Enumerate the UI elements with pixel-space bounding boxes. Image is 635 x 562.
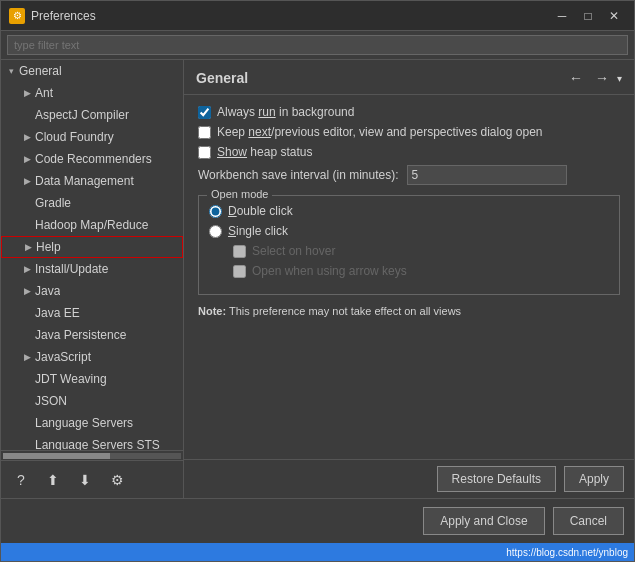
select-hover-label: Select on hover — [252, 244, 335, 258]
sidebar-item-cloud-foundry[interactable]: ▶ Cloud Foundry — [1, 126, 183, 148]
run-underline: run — [258, 105, 275, 119]
sidebar-item-general[interactable]: ▾ General — [1, 60, 183, 82]
note-row: Note: This preference may not take effec… — [198, 305, 620, 317]
expand-arrow-language-servers-sts — [21, 439, 33, 450]
always-run-label: Always run in background — [217, 105, 354, 119]
open-mode-title: Open mode — [207, 188, 272, 200]
select-hover-row: Select on hover — [233, 244, 609, 258]
sidebar: ▾ General ▶ Ant AspectJ Compiler ▶ Clo — [1, 60, 184, 498]
main-split: ▾ General ▶ Ant AspectJ Compiler ▶ Clo — [1, 60, 634, 498]
sidebar-item-help[interactable]: ▶ Help — [1, 236, 183, 258]
always-run-row: Always run in background — [198, 105, 620, 119]
sidebar-item-java-ee[interactable]: Java EE — [1, 302, 183, 324]
note-text: This preference may not take effect on a… — [229, 305, 461, 317]
keep-next-row: Keep next/previous editor, view and pers… — [198, 125, 620, 139]
single-click-row: Single click — [209, 224, 609, 238]
open-arrow-checkbox[interactable] — [233, 265, 246, 278]
expand-arrow-java-persistence — [21, 329, 33, 341]
workbench-label: Workbench save interval (in minutes): — [198, 168, 399, 182]
expand-arrow-gradle — [21, 197, 33, 209]
show-underline: Show — [217, 145, 247, 159]
preferences-window: ⚙ Preferences ─ □ ✕ ▾ General — [0, 0, 635, 562]
sub-options: Select on hover Open when using arrow ke… — [209, 244, 609, 278]
expand-arrow-aspectj — [21, 109, 33, 121]
expand-arrow-java: ▶ — [21, 285, 33, 297]
sidebar-item-code-recommenders[interactable]: ▶ Code Recommenders — [1, 148, 183, 170]
show-heap-checkbox[interactable] — [198, 146, 211, 159]
double-click-label: Double click — [228, 204, 293, 218]
right-panel: General ← → ▾ Always run in background — [184, 60, 634, 498]
dialog-bottom: Apply and Close Cancel — [1, 498, 634, 543]
expand-arrow-help: ▶ — [22, 241, 34, 253]
sidebar-item-language-servers[interactable]: Language Servers — [1, 412, 183, 434]
sidebar-item-language-servers-sts[interactable]: Language Servers STS — [1, 434, 183, 450]
right-content: Always run in background Keep next/previ… — [184, 95, 634, 459]
expand-arrow-javascript: ▶ — [21, 351, 33, 363]
help-button[interactable]: ? — [9, 468, 33, 492]
forward-button[interactable]: → — [591, 68, 613, 88]
close-button[interactable]: ✕ — [602, 6, 626, 26]
open-arrow-row: Open when using arrow keys — [233, 264, 609, 278]
back-button[interactable]: ← — [565, 68, 587, 88]
expand-arrow-ant: ▶ — [21, 87, 33, 99]
settings-button[interactable]: ⚙ — [105, 468, 129, 492]
always-run-checkbox[interactable] — [198, 106, 211, 119]
double-click-radio[interactable] — [209, 205, 222, 218]
hscroll-thumb — [3, 453, 110, 459]
sidebar-item-gradle[interactable]: Gradle — [1, 192, 183, 214]
right-header: General ← → ▾ — [184, 60, 634, 95]
nav-dropdown-button[interactable]: ▾ — [617, 73, 622, 84]
single-click-radio[interactable] — [209, 225, 222, 238]
sidebar-item-jdt-weaving[interactable]: JDT Weaving — [1, 368, 183, 390]
expand-arrow-general: ▾ — [5, 65, 17, 77]
expand-arrow-install-update: ▶ — [21, 263, 33, 275]
nav-buttons: ← → ▾ — [565, 68, 622, 88]
status-bar: https://blog.csdn.net/ynblog — [1, 543, 634, 561]
workbench-interval-input[interactable] — [407, 165, 567, 185]
sidebar-item-aspectj[interactable]: AspectJ Compiler — [1, 104, 183, 126]
show-heap-row: Show heap status — [198, 145, 620, 159]
sidebar-hscrollbar[interactable] — [1, 450, 183, 460]
open-arrow-label: Open when using arrow keys — [252, 264, 407, 278]
select-hover-checkbox[interactable] — [233, 245, 246, 258]
sidebar-item-data-management[interactable]: ▶ Data Management — [1, 170, 183, 192]
sidebar-bottom: ? ⬆ ⬇ ⚙ — [1, 460, 183, 498]
expand-arrow-hadoop — [21, 219, 33, 231]
export-button[interactable]: ⬇ — [73, 468, 97, 492]
import-button[interactable]: ⬆ — [41, 468, 65, 492]
expand-arrow-code-recommenders: ▶ — [21, 153, 33, 165]
right-bottom-buttons: Restore Defaults Apply — [184, 459, 634, 498]
double-click-row: Double click — [209, 204, 609, 218]
expand-arrow-java-ee — [21, 307, 33, 319]
sidebar-item-json[interactable]: JSON — [1, 390, 183, 412]
sidebar-item-java-persistence[interactable]: Java Persistence — [1, 324, 183, 346]
sidebar-list: ▾ General ▶ Ant AspectJ Compiler ▶ Clo — [1, 60, 183, 450]
sidebar-item-ant[interactable]: ▶ Ant — [1, 82, 183, 104]
sidebar-item-hadoop[interactable]: Hadoop Map/Reduce — [1, 214, 183, 236]
hscroll-track — [3, 453, 181, 459]
workbench-save-row: Workbench save interval (in minutes): — [198, 165, 620, 185]
note-label: Note: — [198, 305, 226, 317]
apply-button[interactable]: Apply — [564, 466, 624, 492]
content-area: ▾ General ▶ Ant AspectJ Compiler ▶ Clo — [1, 31, 634, 561]
sidebar-item-install-update[interactable]: ▶ Install/Update — [1, 258, 183, 280]
window-controls: ─ □ ✕ — [550, 6, 626, 26]
next-underline: next — [248, 125, 271, 139]
restore-defaults-button[interactable]: Restore Defaults — [437, 466, 556, 492]
window-title: Preferences — [31, 9, 550, 23]
status-url: https://blog.csdn.net/ynblog — [506, 547, 628, 558]
keep-next-label: Keep next/previous editor, view and pers… — [217, 125, 543, 139]
maximize-button[interactable]: □ — [576, 6, 600, 26]
filter-input[interactable] — [7, 35, 628, 55]
show-heap-label: Show heap status — [217, 145, 312, 159]
window-icon: ⚙ — [9, 8, 25, 24]
single-click-label: Single click — [228, 224, 288, 238]
keep-next-checkbox[interactable] — [198, 126, 211, 139]
sidebar-item-java[interactable]: ▶ Java — [1, 280, 183, 302]
title-bar: ⚙ Preferences ─ □ ✕ — [1, 1, 634, 31]
sidebar-item-javascript[interactable]: ▶ JavaScript — [1, 346, 183, 368]
apply-close-button[interactable]: Apply and Close — [423, 507, 544, 535]
minimize-button[interactable]: ─ — [550, 6, 574, 26]
dialog-bottom-right: Apply and Close Cancel — [423, 507, 624, 535]
cancel-button[interactable]: Cancel — [553, 507, 624, 535]
